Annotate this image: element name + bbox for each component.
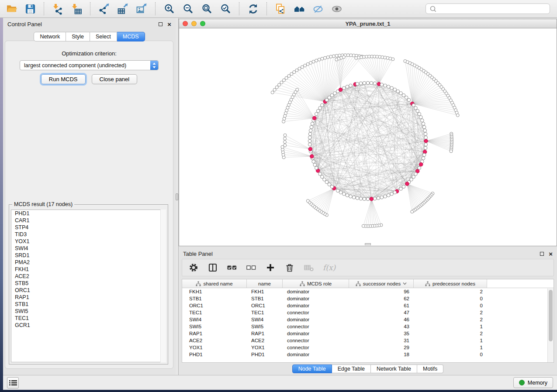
mcds-result-item[interactable]: STP4 xyxy=(11,224,166,231)
table-cell[interactable]: connector xyxy=(283,309,349,316)
delete-column-button[interactable] xyxy=(284,262,295,273)
mcds-result-item[interactable]: SRD1 xyxy=(11,252,166,259)
mcds-result-item[interactable]: FKH1 xyxy=(11,266,166,273)
table-cell[interactable]: TEC1 xyxy=(247,309,283,316)
mcds-result-item[interactable]: TEC1 xyxy=(11,315,166,322)
criterion-select[interactable]: largest connected component (undirected) xyxy=(20,60,159,70)
table-row[interactable]: YOX1YOX1connector291 xyxy=(182,344,554,351)
gear-button[interactable] xyxy=(188,262,199,273)
tab-edge-table[interactable]: Edge Table xyxy=(332,364,371,373)
column-header-name[interactable]: name xyxy=(247,279,283,288)
table-cell[interactable]: SWI4 xyxy=(247,316,283,323)
table-cell[interactable]: RAP1 xyxy=(247,330,283,337)
table-row[interactable]: SWI5SWI5connector431 xyxy=(182,323,554,330)
table-cell[interactable]: 35 xyxy=(349,330,414,337)
mcds-list-scrollbar[interactable] xyxy=(160,210,166,362)
table-row[interactable]: PHD1PHD1dominator180 xyxy=(182,351,554,358)
table-cell[interactable]: 0 xyxy=(414,351,487,358)
zoom-in-button[interactable] xyxy=(162,2,176,16)
zoom-selected-button[interactable] xyxy=(218,2,232,16)
splitter-handle[interactable] xyxy=(176,193,178,200)
table-cell[interactable]: PHD1 xyxy=(247,351,283,358)
mcds-result-item[interactable]: ORC1 xyxy=(11,287,166,294)
table-cell[interactable]: 61 xyxy=(349,302,414,309)
zoom-out-button[interactable] xyxy=(181,2,195,16)
table-cell[interactable]: 0 xyxy=(414,295,487,302)
table-cell[interactable]: connector xyxy=(283,323,349,330)
table-cell[interactable]: 1 xyxy=(414,344,487,351)
table-cell[interactable]: dominator xyxy=(283,316,349,323)
table-cell[interactable]: YOX1 xyxy=(182,344,247,351)
function-builder-icon[interactable]: f(x) xyxy=(323,263,336,272)
mcds-result-item[interactable]: SWI4 xyxy=(11,245,166,252)
table-cell[interactable]: ORC1 xyxy=(182,302,247,309)
mcds-result-item[interactable]: YOX1 xyxy=(11,238,166,245)
apply-layout-button[interactable] xyxy=(246,2,260,16)
table-row[interactable]: TEC1TEC1connector472 xyxy=(182,309,554,316)
float-panel-icon[interactable] xyxy=(159,22,163,26)
import-table-button[interactable] xyxy=(69,2,83,16)
table-cell[interactable]: TEC1 xyxy=(182,309,247,316)
column-header-predecessor-nodes[interactable]: predecessor nodes xyxy=(414,279,487,288)
first-neighbors-button[interactable] xyxy=(292,2,306,16)
table-scrollbar-thumb[interactable] xyxy=(549,290,553,341)
column-header-MCDS-role[interactable]: MCDS role xyxy=(283,279,349,288)
tab-style[interactable]: Style xyxy=(66,32,90,41)
mcds-result-item[interactable]: STB5 xyxy=(11,280,166,287)
close-panel-icon[interactable]: × xyxy=(167,21,171,28)
memory-button[interactable]: Memory xyxy=(513,377,553,388)
tab-node-table[interactable]: Node Table xyxy=(292,364,332,373)
table-row[interactable]: ORC1ORC1dominator610 xyxy=(182,302,554,309)
mcds-result-item[interactable]: PHD1 xyxy=(11,210,166,217)
tab-mcds[interactable]: MCDS xyxy=(117,32,145,41)
tab-select[interactable]: Select xyxy=(90,32,117,41)
table-cell[interactable]: 0 xyxy=(414,302,487,309)
table-row[interactable]: RAP1RAP1dominator352 xyxy=(182,330,554,337)
columns-button[interactable] xyxy=(208,262,218,273)
show-all-button[interactable] xyxy=(330,2,344,16)
mcds-result-item[interactable]: TID3 xyxy=(11,231,166,238)
import-network-button[interactable] xyxy=(51,2,65,16)
table-cell[interactable]: 43 xyxy=(349,323,414,330)
mcds-result-item[interactable]: STB1 xyxy=(11,301,166,308)
tab-network-table[interactable]: Network Table xyxy=(371,364,417,373)
clear-selection-button[interactable] xyxy=(246,262,256,273)
table-cell[interactable]: 18 xyxy=(349,351,414,358)
table-cell[interactable]: 1 xyxy=(414,337,487,344)
open-file-button[interactable] xyxy=(4,2,18,16)
table-cell[interactable]: dominator xyxy=(283,295,349,302)
table-cell[interactable]: STB1 xyxy=(247,295,283,302)
table-cell[interactable]: 62 xyxy=(349,295,414,302)
table-cell[interactable]: 96 xyxy=(349,288,414,295)
table-cell[interactable]: 47 xyxy=(349,309,414,316)
float-panel-icon[interactable] xyxy=(540,252,544,256)
table-cell[interactable]: 2 xyxy=(414,316,487,323)
table-cell[interactable]: dominator xyxy=(283,302,349,309)
close-panel-button[interactable]: Close panel xyxy=(92,74,138,84)
table-row[interactable]: ACE2ACE2connector311 xyxy=(182,337,554,344)
save-session-button[interactable] xyxy=(23,2,37,16)
network-canvas[interactable] xyxy=(179,28,557,245)
export-image-button[interactable] xyxy=(135,2,149,16)
export-table-button[interactable] xyxy=(116,2,130,16)
table-row[interactable]: FKH1FKH1dominator962 xyxy=(182,288,554,295)
add-column-button[interactable] xyxy=(265,262,276,273)
tab-network[interactable]: Network xyxy=(34,32,66,41)
mcds-result-item[interactable]: RAP1 xyxy=(11,294,166,301)
table-cell[interactable]: connector xyxy=(283,337,349,344)
table-cell[interactable]: 29 xyxy=(349,344,414,351)
table-row[interactable]: SWI4SWI4dominator462 xyxy=(182,316,554,323)
table-cell[interactable]: ORC1 xyxy=(247,302,283,309)
table-cell[interactable]: connector xyxy=(283,344,349,351)
zoom-fit-button[interactable] xyxy=(200,2,214,16)
table-cell[interactable]: 1 xyxy=(414,323,487,330)
mcds-result-item[interactable]: GCR1 xyxy=(11,322,166,329)
search-input[interactable] xyxy=(439,6,546,12)
table-row[interactable]: STB1STB1dominator620 xyxy=(182,295,554,302)
table-cell[interactable]: PHD1 xyxy=(182,351,247,358)
table-cell[interactable]: ACE2 xyxy=(182,337,247,344)
export-network-button[interactable] xyxy=(97,2,111,16)
table-cell[interactable]: SWI4 xyxy=(182,316,247,323)
table-cell[interactable]: FKH1 xyxy=(247,288,283,295)
canvas-splitter-handle[interactable] xyxy=(365,243,371,245)
